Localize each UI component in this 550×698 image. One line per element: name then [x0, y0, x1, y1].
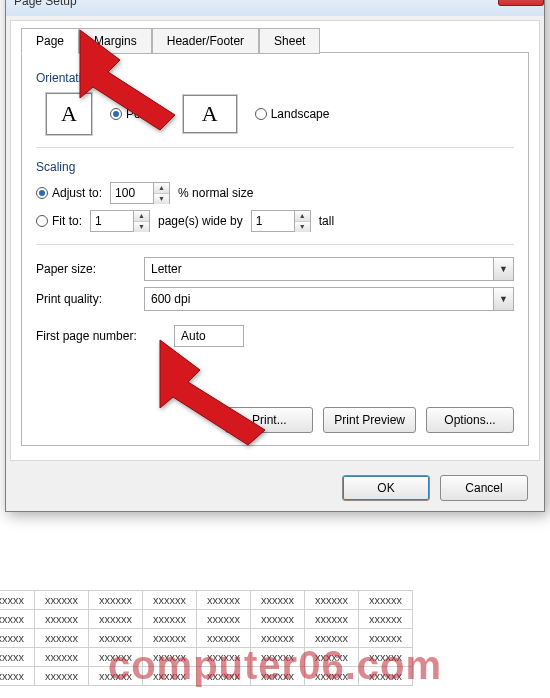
cell: xxxxxx [0, 591, 35, 610]
spinner-buttons[interactable]: ▲▼ [294, 211, 310, 231]
scaling-adjust-row: Adjust to: ▲▼ % normal size [36, 182, 514, 204]
watermark-text: computer06.com [0, 643, 550, 688]
fit-tall-spinner[interactable]: ▲▼ [251, 210, 311, 232]
spin-up-icon: ▲ [134, 211, 149, 222]
radio-fit-label: Fit to: [52, 214, 82, 228]
annotation-arrow-icon [60, 20, 200, 143]
radio-dot-icon [255, 108, 267, 120]
fit-tall-input[interactable] [252, 211, 294, 231]
cancel-button[interactable]: Cancel [440, 475, 528, 501]
fit-tall-suffix: tall [319, 214, 334, 228]
print-preview-button[interactable]: Print Preview [323, 407, 416, 433]
chevron-down-icon[interactable]: ▼ [493, 288, 513, 310]
dialog-footer: OK Cancel [6, 465, 544, 511]
adjust-suffix: % normal size [178, 186, 253, 200]
chevron-down-icon[interactable]: ▼ [493, 258, 513, 280]
scaling-fit-row: Fit to: ▲▼ page(s) wide by ▲▼ tall [36, 210, 514, 232]
print-quality-dropdown[interactable]: 600 dpi ▼ [144, 287, 514, 311]
paper-size-label: Paper size: [36, 262, 136, 276]
paper-size-dropdown[interactable]: Letter ▼ [144, 257, 514, 281]
spinner-buttons[interactable]: ▲▼ [153, 183, 169, 203]
print-quality-label: Print quality: [36, 292, 136, 306]
radio-landscape[interactable]: Landscape [255, 107, 330, 121]
radio-dot-icon [36, 215, 48, 227]
divider [36, 147, 514, 148]
spin-down-icon: ▼ [154, 194, 169, 204]
dialog-title: Page Setup [14, 0, 77, 8]
titlebar: Page Setup ✕ [6, 0, 544, 16]
fit-wide-input[interactable] [91, 211, 133, 231]
close-button[interactable]: ✕ [498, 0, 544, 6]
spin-up-icon: ▲ [154, 183, 169, 194]
fit-mid-text: page(s) wide by [158, 214, 243, 228]
radio-dot-icon [36, 187, 48, 199]
ok-button[interactable]: OK [342, 475, 430, 501]
radio-landscape-label: Landscape [271, 107, 330, 121]
spinner-buttons[interactable]: ▲▼ [133, 211, 149, 231]
adjust-percent-input[interactable] [111, 183, 153, 203]
fit-wide-spinner[interactable]: ▲▼ [90, 210, 150, 232]
annotation-arrow-icon [140, 330, 290, 453]
tab-sheet[interactable]: Sheet [259, 28, 320, 54]
spin-down-icon: ▼ [134, 222, 149, 232]
close-icon: ✕ [516, 0, 526, 2]
print-quality-value: 600 dpi [151, 292, 190, 306]
radio-adjust-label: Adjust to: [52, 186, 102, 200]
paper-size-value: Letter [151, 262, 182, 276]
radio-fit-to[interactable]: Fit to: [36, 214, 82, 228]
radio-adjust-to[interactable]: Adjust to: [36, 186, 102, 200]
adjust-percent-spinner[interactable]: ▲▼ [110, 182, 170, 204]
options-button[interactable]: Options... [426, 407, 514, 433]
scaling-section-label: Scaling [36, 160, 514, 174]
spin-down-icon: ▼ [295, 222, 310, 232]
divider [36, 244, 514, 245]
spin-up-icon: ▲ [295, 211, 310, 222]
print-quality-row: Print quality: 600 dpi ▼ [36, 287, 514, 311]
paper-size-row: Paper size: Letter ▼ [36, 257, 514, 281]
